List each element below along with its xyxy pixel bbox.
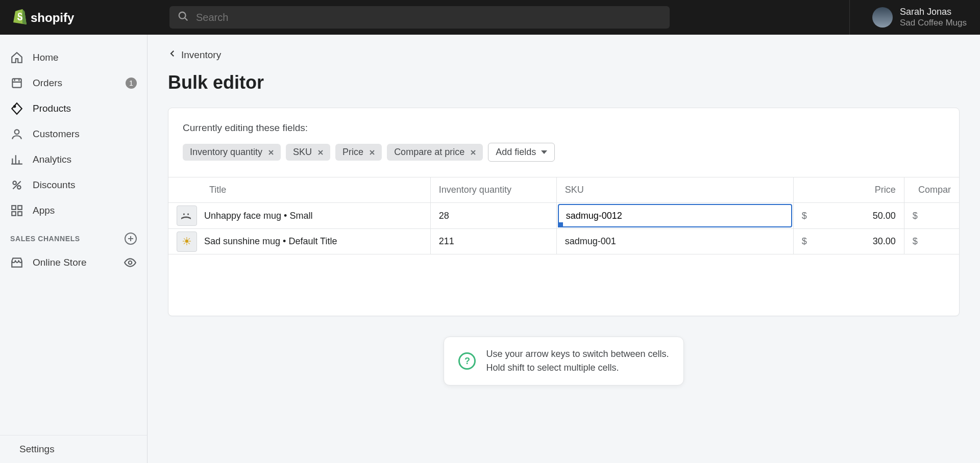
chip-label: Price — [342, 147, 363, 158]
chip-price: Price — [335, 144, 382, 161]
svg-text:shopify: shopify — [31, 11, 75, 24]
chip-label: SKU — [293, 147, 312, 158]
apps-icon — [10, 204, 23, 217]
column-header-sku[interactable]: SKU — [557, 177, 794, 203]
add-fields-button[interactable]: Add fields — [488, 143, 555, 162]
sidebar-item-label: Customers — [33, 128, 80, 140]
sidebar-item-label: Analytics — [33, 154, 71, 165]
product-thumbnail — [177, 232, 197, 252]
price-value: 30.00 — [873, 236, 896, 247]
sidebar-item-orders[interactable]: Orders 1 — [0, 70, 147, 96]
view-store-icon[interactable] — [124, 256, 137, 269]
column-header-price[interactable]: Price — [794, 177, 904, 203]
sidebar-item-apps[interactable]: Apps — [0, 198, 147, 223]
cell-qty[interactable]: 28 — [431, 203, 557, 229]
svg-rect-10 — [18, 205, 22, 210]
sidebar-item-home[interactable]: Home — [0, 45, 147, 70]
orders-badge: 1 — [126, 78, 137, 89]
hint-line: Use your arrow keys to switch between ce… — [486, 347, 669, 361]
currency-symbol: $ — [913, 211, 918, 221]
sidebar-item-label: Online Store — [33, 257, 87, 268]
discounts-icon — [10, 178, 23, 192]
keyboard-hint-toast: ? Use your arrow keys to switch between … — [444, 337, 683, 385]
cell-price[interactable]: $ 30.00 — [794, 229, 904, 254]
cell-compare[interactable]: $ — [904, 203, 959, 229]
bulk-editor-table: Title Inventory quantity SKU Price Compa… — [168, 177, 959, 254]
user-store: Sad Coffee Mugs — [900, 18, 967, 28]
sidebar-item-online-store[interactable]: Online Store — [0, 250, 147, 275]
breadcrumb-back[interactable]: Inventory — [168, 49, 221, 61]
column-header-qty[interactable]: Inventory quantity — [431, 177, 557, 203]
sales-channels-header: SALES CHANNELS — [0, 223, 147, 250]
cell-fill-handle[interactable] — [558, 222, 563, 227]
global-search[interactable] — [169, 6, 670, 29]
product-title: Unhappy face mug • Small — [204, 211, 312, 221]
chip-remove-icon[interactable] — [368, 148, 377, 157]
currency-symbol: $ — [913, 236, 918, 247]
column-header-title[interactable]: Title — [168, 177, 431, 203]
svg-point-5 — [15, 130, 19, 134]
breadcrumb-label: Inventory — [181, 49, 221, 61]
section-label: SALES CHANNELS — [10, 235, 80, 243]
question-icon: ? — [458, 352, 476, 370]
chip-remove-icon[interactable] — [316, 148, 325, 157]
search-input[interactable] — [196, 12, 662, 23]
product-title: Sad sunshine mug • Default Title — [204, 236, 337, 247]
svg-point-4 — [14, 106, 15, 107]
caret-down-icon — [541, 150, 547, 154]
svg-point-7 — [17, 186, 21, 189]
cell-sku[interactable]: sadmug-001 — [557, 229, 794, 254]
search-icon — [178, 11, 189, 24]
currency-symbol: $ — [802, 211, 807, 221]
column-header-compare[interactable]: Compar — [904, 177, 959, 203]
sidebar-item-settings[interactable]: Settings — [0, 435, 147, 463]
analytics-icon — [10, 153, 23, 166]
add-channel-button[interactable] — [125, 233, 137, 245]
add-fields-label: Add fields — [496, 147, 536, 158]
shopify-logo[interactable]: shopify — [9, 7, 157, 28]
svg-line-8 — [13, 181, 20, 189]
svg-point-6 — [13, 181, 16, 185]
sidebar-item-products[interactable]: Products — [0, 96, 147, 121]
sidebar-item-discounts[interactable]: Discounts — [0, 172, 147, 198]
sidebar-item-label: Discounts — [33, 179, 75, 191]
cell-qty[interactable]: 211 — [431, 229, 557, 254]
chip-inventory-quantity: Inventory quantity — [183, 144, 281, 161]
cell-title[interactable]: Unhappy face mug • Small — [168, 203, 431, 229]
chip-remove-icon[interactable] — [469, 148, 478, 157]
orders-icon — [10, 76, 23, 90]
table-row: Unhappy face mug • Small 28 $ — [168, 203, 959, 229]
sidebar-item-label: Apps — [33, 205, 55, 216]
field-chips: Inventory quantity SKU Price — [183, 143, 945, 162]
svg-point-13 — [129, 261, 132, 265]
sidebar-item-label: Settings — [19, 444, 55, 455]
customers-icon — [10, 127, 23, 141]
price-value: 50.00 — [873, 211, 896, 221]
sku-input[interactable] — [558, 204, 792, 227]
editing-label: Currently editing these fields: — [183, 122, 945, 134]
currency-symbol: $ — [802, 236, 807, 247]
chip-sku: SKU — [286, 144, 330, 161]
svg-rect-3 — [12, 79, 21, 87]
sidebar-item-customers[interactable]: Customers — [0, 121, 147, 147]
home-icon — [10, 51, 23, 64]
chip-label: Compare at price — [394, 147, 464, 158]
table-row: Sad sunshine mug • Default Title 211 sad… — [168, 229, 959, 254]
svg-point-1 — [179, 12, 186, 19]
svg-line-2 — [185, 18, 188, 21]
chip-label: Inventory quantity — [190, 147, 262, 158]
chip-remove-icon[interactable] — [266, 148, 276, 157]
product-thumbnail — [177, 205, 197, 226]
cell-sku-active[interactable] — [557, 203, 794, 229]
sidebar-item-analytics[interactable]: Analytics — [0, 147, 147, 172]
cell-title[interactable]: Sad sunshine mug • Default Title — [168, 229, 431, 254]
user-menu[interactable]: Sarah Jonas Sad Coffee Mugs — [862, 7, 971, 28]
sidebar-item-label: Orders — [33, 78, 62, 89]
cell-price[interactable]: $ 50.00 — [794, 203, 904, 229]
chevron-left-icon — [168, 49, 177, 61]
sidebar: Home Orders 1 Products Customers A — [0, 35, 148, 463]
sidebar-item-label: Products — [33, 103, 71, 114]
cell-compare[interactable]: $ — [904, 229, 959, 254]
main-content: Inventory Bulk editor Currently editing … — [148, 35, 980, 463]
svg-rect-9 — [12, 205, 16, 210]
